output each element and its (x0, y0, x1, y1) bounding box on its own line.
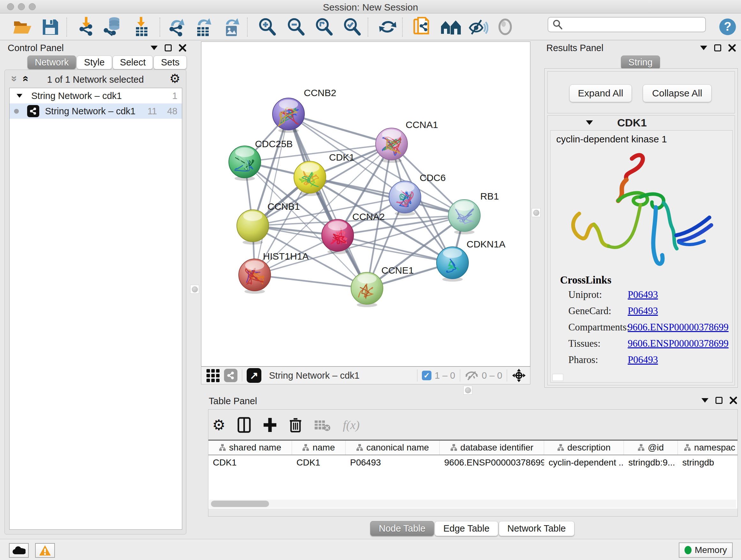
tab-node-table[interactable]: Node Table (370, 521, 434, 536)
float-panel-icon[interactable] (716, 397, 723, 404)
cloud-button[interactable] (9, 543, 29, 558)
close-panel-icon[interactable] (179, 44, 186, 52)
home-networks-button[interactable] (441, 18, 461, 35)
table-cell[interactable]: 9606.ENSP00000378699 (440, 456, 544, 469)
import-table-button[interactable] (132, 17, 151, 37)
statusbar-separator (507, 369, 507, 381)
table-gear-icon[interactable]: ⚙ (212, 418, 225, 432)
export-network-button[interactable] (166, 17, 186, 37)
tab-sets[interactable]: Sets (153, 56, 187, 69)
left-splitter-handle[interactable] (190, 285, 199, 294)
node-ccnb1[interactable]: CCNB1 (237, 201, 300, 245)
edge-cdk1-rb1[interactable] (310, 177, 464, 215)
select-columns-icon[interactable] (238, 417, 251, 433)
save-session-button[interactable] (42, 18, 59, 36)
column-header--id[interactable]: @id (624, 441, 678, 455)
selected-checkbox-icon[interactable]: ✓ (422, 371, 431, 380)
crosslink-link[interactable]: P06493 (628, 305, 658, 317)
node-rb1[interactable]: RB1 (448, 191, 499, 234)
table-horizontal-scrollbar[interactable] (209, 500, 736, 508)
node-ccne1[interactable]: CCNE1 (351, 265, 414, 307)
scrollbar-thumb[interactable] (211, 501, 269, 507)
crosslink-row: Compartments:9606.ENSP00000378699 (568, 321, 728, 337)
string-documents-icon (412, 17, 431, 37)
hide-unhide-button[interactable] (468, 18, 488, 36)
collapse-all-button[interactable]: Collapse All (643, 84, 712, 102)
table-cell[interactable]: stringdb (678, 456, 738, 469)
tree-expander-icon[interactable] (17, 94, 22, 98)
tab-string[interactable]: String (621, 56, 660, 69)
column-header-database-identifier[interactable]: database identifier (440, 441, 544, 455)
close-panel-icon[interactable] (730, 396, 737, 404)
table-row[interactable]: CDK1CDK1P064939606.ENSP00000378699cyclin… (208, 456, 738, 469)
collapse-card-icon[interactable] (586, 120, 593, 125)
trash-icon[interactable] (289, 417, 302, 433)
panel-menu-icon[interactable] (700, 46, 707, 50)
help-button[interactable]: ? (719, 18, 737, 36)
crosslink-link[interactable]: P06493 (628, 289, 658, 300)
table-cell[interactable]: CDK1 (208, 456, 292, 469)
main-toolbar: ? (0, 14, 741, 40)
tab-style[interactable]: Style (77, 56, 112, 69)
search-field[interactable] (548, 17, 706, 32)
network-canvas[interactable]: CCNB2CCNA1CDC25BCDK1CDC6RB1CCNB1CCNA2CDK… (201, 42, 530, 367)
zoom-in-button[interactable] (258, 17, 276, 36)
collection-count: 1 (172, 91, 178, 101)
node-table[interactable]: shared namenamecanonical namedatabase id… (208, 440, 738, 509)
network-type-icon[interactable] (224, 369, 238, 382)
table-cell[interactable]: stringdb:9... (624, 456, 678, 469)
panel-menu-icon[interactable] (151, 46, 158, 50)
column-header-canonical-name[interactable]: canonical name (346, 441, 440, 455)
column-header-shared-name[interactable]: shared name (208, 441, 292, 455)
hidden-eye-icon[interactable] (465, 370, 479, 381)
crosslink-link[interactable]: 9606.ENSP00000378699 (628, 321, 729, 333)
string-import-button[interactable] (412, 17, 431, 37)
search-input[interactable] (563, 18, 705, 31)
birdseye-view-icon[interactable]: ↗ (247, 368, 261, 383)
column-header-description[interactable]: description (544, 441, 624, 455)
gene-card-header[interactable]: CDK1 (548, 116, 735, 130)
crosslink-link[interactable]: P06493 (628, 354, 658, 366)
show-graphics-details-button[interactable] (496, 18, 514, 36)
column-header-name[interactable]: name (292, 441, 346, 455)
float-panel-icon[interactable] (165, 44, 172, 51)
warnings-button[interactable] (35, 543, 55, 558)
float-panel-icon[interactable] (714, 44, 721, 51)
gear-icon[interactable]: ⚙ (170, 72, 180, 84)
export-image-button[interactable] (222, 17, 241, 37)
crosslink-link[interactable]: 9606.ENSP00000378699 (628, 338, 729, 349)
node-ccna1[interactable]: CCNA1 (376, 119, 438, 163)
table-cell[interactable]: cyclin-dependent ... (544, 456, 624, 469)
table-cell[interactable]: CDK1 (292, 456, 346, 469)
panel-menu-icon[interactable] (701, 398, 709, 402)
node-hist1h1a[interactable]: HIST1H1A (239, 251, 309, 294)
pan-crosshair-icon[interactable] (512, 368, 526, 383)
tab-network-table[interactable]: Network Table (499, 521, 575, 536)
memory-button[interactable]: Memory (679, 543, 733, 558)
close-panel-icon[interactable] (728, 44, 736, 52)
table-cell[interactable]: P06493 (346, 456, 440, 469)
open-session-button[interactable] (13, 18, 32, 36)
zoom-selected-button[interactable] (343, 17, 361, 36)
zoom-out-button[interactable] (286, 17, 305, 36)
tab-select[interactable]: Select (113, 56, 153, 69)
right-splitter-handle[interactable] (532, 208, 541, 217)
import-network-from-database-button[interactable] (103, 17, 123, 37)
node-cdkn1a[interactable]: CDKN1A (436, 239, 506, 282)
edge-hist1h1a-ccne1[interactable] (255, 275, 367, 288)
zoom-fit-button[interactable] (315, 17, 333, 36)
network-row[interactable]: String Network – cdk1 11 48 (10, 104, 182, 119)
export-table-button[interactable] (194, 17, 212, 37)
save-disk-icon (42, 18, 59, 36)
apply-layout-button[interactable] (379, 18, 397, 36)
grid-view-icon[interactable] (206, 369, 219, 382)
expand-all-button[interactable]: Expand All (569, 84, 632, 102)
network-collection-row[interactable]: String Network – cdk1 1 (10, 88, 182, 104)
import-network-button[interactable] (77, 17, 96, 37)
horizontal-splitter-handle[interactable] (463, 386, 472, 395)
add-icon[interactable] (263, 417, 277, 433)
column-header-namespac[interactable]: namespac (678, 441, 738, 455)
tab-network[interactable]: Network (27, 56, 76, 69)
svg-text:?: ? (724, 20, 731, 33)
tab-edge-table[interactable]: Edge Table (434, 521, 498, 536)
